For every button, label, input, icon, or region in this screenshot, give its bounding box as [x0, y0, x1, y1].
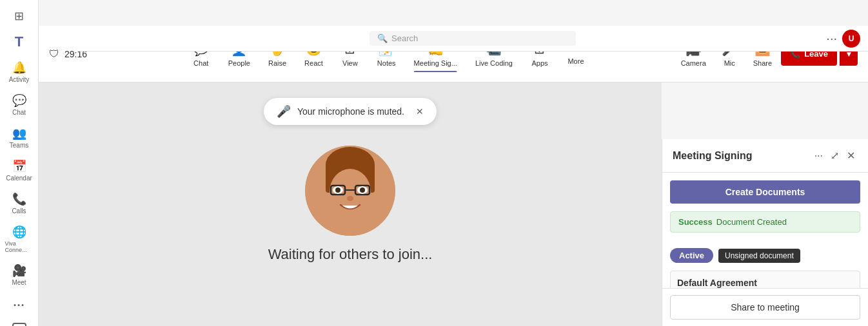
- search-icon: 🔍: [377, 34, 388, 43]
- create-documents-button[interactable]: Create Documents: [670, 180, 860, 204]
- panel-actions: ··· ⤢ ✕: [812, 147, 858, 164]
- panel-expand-button[interactable]: ⤢: [828, 147, 842, 164]
- sidebar-item-viva[interactable]: 🌐 Viva Conne...: [3, 221, 36, 257]
- sidebar-item-teams[interactable]: 👥 Teams: [3, 122, 36, 153]
- chat-icon: 💬: [12, 93, 26, 108]
- active-badge: Active: [670, 248, 713, 263]
- share-to-meeting-button[interactable]: Share to meeting: [670, 295, 860, 320]
- search-placeholder: Search: [391, 34, 418, 43]
- toolbar-live-coding-label: Live Coding: [475, 59, 513, 67]
- sidebar-item-label: Teams: [10, 142, 28, 149]
- participant-display: Waiting for others to join...: [268, 146, 433, 263]
- toolbar-people-label: People: [228, 59, 250, 67]
- sidebar: ⊞ T 🔔 Activity 💬 Chat 👥 Teams 📅 Calendar…: [0, 0, 39, 326]
- sidebar-item-chat[interactable]: 💬 Chat: [3, 90, 36, 120]
- sidebar-item-label: Calendar: [6, 175, 32, 182]
- sidebar-item-calendar[interactable]: 📅 Calendar: [3, 155, 36, 186]
- viva-icon: 🌐: [12, 225, 26, 239]
- topbar-more-icon[interactable]: ···: [826, 31, 837, 46]
- svg-point-12: [360, 187, 365, 193]
- sidebar-item-calls[interactable]: 📞 Calls: [3, 188, 36, 218]
- doc-created-label: Document Created: [716, 217, 787, 227]
- sidebar-item-label: Meet: [12, 279, 26, 286]
- sidebar-item-label: Chat: [12, 109, 26, 116]
- sidebar-item-apps[interactable]: + Apps: [3, 319, 36, 326]
- muted-notice: 🎤 Your microphone is muted. ✕: [264, 98, 437, 125]
- success-label: Success: [678, 217, 713, 227]
- topbar-right: ··· U: [826, 30, 860, 48]
- panel-body: Create Documents Success Document Create…: [662, 173, 868, 288]
- muted-close-button[interactable]: ✕: [416, 106, 424, 117]
- sidebar-item-grid[interactable]: ⊞: [3, 5, 36, 27]
- toolbar-react-label: React: [304, 59, 323, 67]
- success-notification: Success Document Created: [670, 211, 860, 233]
- meeting-signing-panel: Meeting Signing ··· ⤢ ✕ Create Documents…: [662, 139, 868, 326]
- calls-icon: 📞: [12, 192, 26, 206]
- main-content: 🔍 Search ··· U 🛡 29:16 💬 Chat 👤 People: [39, 26, 868, 326]
- sidebar-item-meet[interactable]: 🎥 Meet: [3, 260, 36, 290]
- teams-logo: T: [3, 30, 36, 54]
- muted-microphone-icon: 🎤: [277, 104, 291, 119]
- calendar-icon: 📅: [12, 159, 26, 173]
- meet-icon: 🎥: [12, 264, 26, 278]
- sidebar-item-label: Viva Conne...: [5, 240, 34, 253]
- unsigned-badge: Unsigned document: [718, 249, 800, 263]
- toolbar-signing-label: Meeting Sig...: [414, 59, 457, 67]
- waiting-text: Waiting for others to join...: [268, 246, 433, 263]
- panel-close-button[interactable]: ✕: [844, 147, 858, 164]
- participant-avatar-image: [305, 146, 395, 236]
- shield-icon: 🛡: [49, 48, 59, 60]
- mic-label: Mic: [724, 59, 735, 67]
- toolbar-notes-label: Notes: [377, 59, 396, 67]
- meeting-area: 🎤 Your microphone is muted. ✕: [39, 82, 662, 326]
- teams-icon: 👥: [12, 126, 26, 140]
- muted-text: Your microphone is muted.: [297, 106, 404, 117]
- user-avatar[interactable]: U: [842, 30, 860, 48]
- svg-point-11: [335, 187, 340, 193]
- document-title: Default Agreement: [677, 278, 853, 288]
- activity-icon: 🔔: [12, 61, 26, 75]
- grid-icon: ⊞: [14, 9, 24, 23]
- meeting-body: 🎤 Your microphone is muted. ✕: [39, 82, 868, 326]
- svg-point-8: [347, 196, 353, 201]
- sidebar-item-activity[interactable]: 🔔 Activity: [3, 57, 36, 87]
- toolbar-raise-label: Raise: [268, 59, 286, 67]
- panel-title: Meeting Signing: [673, 150, 753, 162]
- panel-more-button[interactable]: ···: [812, 148, 825, 164]
- toolbar-apps-label: Apps: [531, 59, 547, 67]
- camera-label: Camera: [681, 59, 706, 67]
- toolbar-view-label: View: [342, 59, 358, 67]
- panel-header: Meeting Signing ··· ⤢ ✕: [662, 139, 868, 173]
- toolbar-chat-label: Chat: [193, 59, 208, 67]
- share-label: Share: [753, 59, 772, 67]
- panel-footer: Share to meeting: [662, 288, 868, 326]
- status-row: Active Unsigned document: [670, 248, 860, 263]
- topbar: 🔍 Search ··· U: [77, 26, 868, 52]
- search-bar[interactable]: 🔍 Search: [370, 31, 576, 46]
- sidebar-item-label: Calls: [12, 207, 26, 215]
- sidebar-item-ellipsis[interactable]: ···: [3, 295, 36, 316]
- sidebar-item-label: Activity: [9, 76, 30, 83]
- document-card[interactable]: Default Agreement This agreement is by a…: [670, 271, 860, 288]
- apps-icon: +: [12, 323, 26, 326]
- toolbar-more-label: More: [567, 57, 584, 65]
- participant-face-svg: [305, 146, 395, 236]
